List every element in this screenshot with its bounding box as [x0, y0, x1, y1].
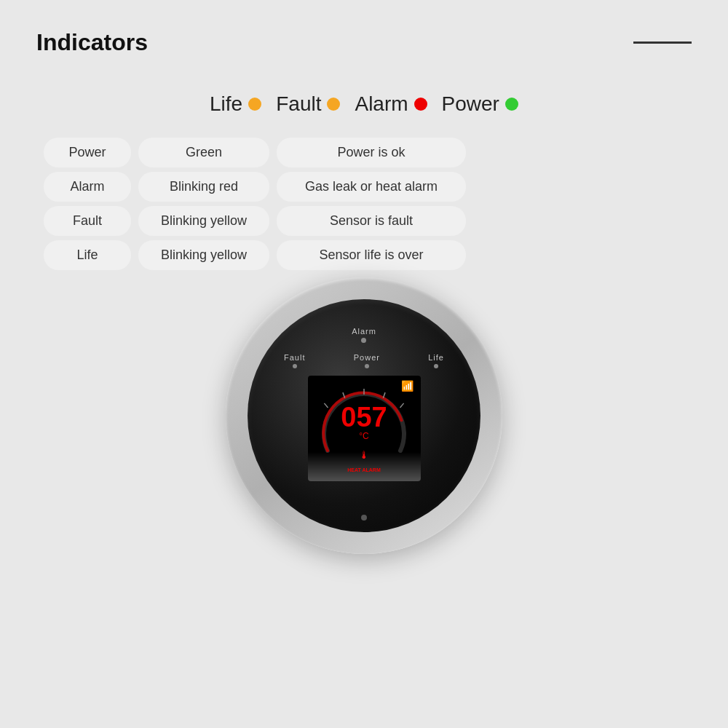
legend-label-fault: Fault [276, 92, 321, 116]
smoke-overlay [308, 452, 421, 481]
table-row: Alarm Blinking red Gas leak or heat alar… [44, 172, 684, 202]
table-cell-col2: Green [138, 138, 269, 167]
table-row: Power Green Power is ok [44, 138, 684, 167]
legend-row: Life Fault Alarm Power [0, 92, 728, 116]
device-body: Alarm Fault Power Life [248, 299, 480, 532]
device-outer-ring: Alarm Fault Power Life [226, 277, 502, 554]
legend-item-life: Life [210, 92, 261, 116]
legend-item-power: Power [442, 92, 518, 116]
fault-indicator: Fault [284, 353, 305, 368]
legend-label-power: Power [442, 92, 499, 116]
indicators-table: Power Green Power is ok Alarm Blinking r… [0, 138, 728, 270]
legend-item-alarm: Alarm [355, 92, 427, 116]
table-cell-col1: Life [44, 240, 131, 270]
page-title: Indicators [36, 29, 148, 56]
legend-item-fault: Fault [276, 92, 340, 116]
legend-label-life: Life [210, 92, 242, 116]
temperature-reading: 057 °C [341, 403, 387, 441]
alarm-indicator: Alarm [352, 327, 376, 343]
table-cell-col3: Sensor is fault [277, 206, 466, 236]
svg-line-5 [324, 403, 328, 408]
temp-value: 057 [341, 403, 387, 431]
device-section: Alarm Fault Power Life [0, 277, 728, 554]
table-cell-col1: Alarm [44, 172, 131, 202]
table-cell-col2: Blinking yellow [138, 206, 269, 236]
header: Indicators [0, 0, 728, 71]
screen-content: 📶 [308, 376, 421, 481]
legend-dot-power [505, 98, 518, 111]
temp-unit: °C [341, 431, 387, 441]
power-label: Power [354, 353, 380, 362]
alarm-dot [361, 338, 366, 343]
device-middle-row: Fault Power Life [284, 353, 444, 368]
power-indicator: Power [354, 353, 380, 368]
device-screen: 📶 [308, 376, 421, 481]
life-indicator: Life [428, 353, 444, 368]
legend-dot-fault [327, 98, 340, 111]
device-bottom-dot [361, 515, 367, 521]
power-dot [365, 364, 369, 368]
table-cell-col1: Fault [44, 206, 131, 236]
table-row: Fault Blinking yellow Sensor is fault [44, 206, 684, 236]
heat-alarm-text: HEAT ALARM [347, 467, 381, 472]
header-line [633, 41, 692, 44]
table-row: Life Blinking yellow Sensor life is over [44, 240, 684, 270]
alarm-label: Alarm [352, 327, 376, 336]
life-label: Life [428, 353, 444, 362]
table-cell-col2: Blinking red [138, 172, 269, 202]
fault-label: Fault [284, 353, 305, 362]
fault-dot [293, 364, 297, 368]
table-cell-col1: Power [44, 138, 131, 167]
life-dot [434, 364, 438, 368]
legend-label-alarm: Alarm [355, 92, 408, 116]
page-container: Indicators Life Fault Alarm Power Power … [0, 0, 728, 728]
table-cell-col3: Gas leak or heat alarm [277, 172, 466, 202]
table-cell-col2: Blinking yellow [138, 240, 269, 270]
table-cell-col3: Power is ok [277, 138, 466, 167]
legend-dot-life [248, 98, 261, 111]
legend-dot-alarm [414, 98, 427, 111]
table-cell-col3: Sensor life is over [277, 240, 466, 270]
svg-line-9 [400, 403, 403, 408]
